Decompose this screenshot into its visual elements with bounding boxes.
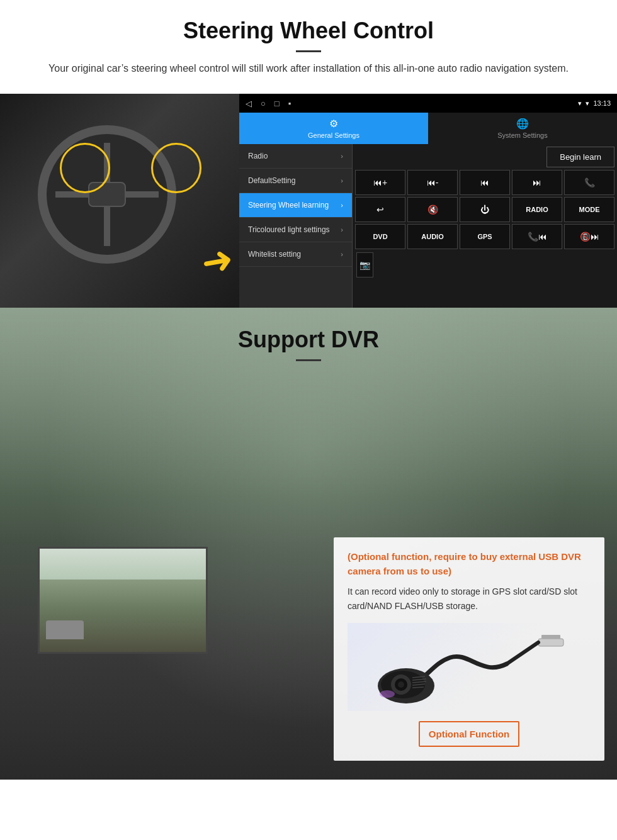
android-statusbar: ◁ ○ □ ▪ ▾ ▾ 13:13 (239, 94, 617, 113)
wheel-outer-ring (38, 125, 176, 264)
menu-icon: ▪ (288, 99, 292, 108)
camera-svg (368, 626, 570, 708)
title-divider (296, 50, 321, 52)
menu-item-steering[interactable]: Steering Wheel learning › (239, 193, 352, 218)
ctrl-phone-next[interactable]: 📵⏭ (564, 224, 614, 249)
ctrl-back[interactable]: ↩ (355, 197, 405, 222)
ctrl-power[interactable]: ⏻ (460, 197, 510, 222)
menu-chevron-whitelist: › (341, 250, 343, 258)
begin-learn-button[interactable]: Begin learn (546, 147, 614, 167)
statusbar-right-icons: ▾ ▾ 13:13 (578, 99, 611, 108)
menu-chevron-tricoloured: › (341, 226, 343, 233)
ctrl-phone[interactable]: 📞 (564, 170, 614, 195)
dvr-title-divider (296, 359, 321, 361)
ctrl-mode[interactable]: MODE (564, 197, 614, 222)
android-panel: ◁ ○ □ ▪ ▾ ▾ 13:13 ⚙ General Settings (239, 94, 617, 308)
steering-block: ➜ ◁ ○ □ ▪ ▾ ▾ 13:13 ⚙ (0, 94, 617, 308)
dvr-description: It can record video only to storage in G… (348, 585, 591, 613)
tab-system-label: System Settings (497, 132, 547, 139)
ctrl-gps[interactable]: GPS (460, 224, 510, 249)
ctrl-dvd[interactable]: DVD (355, 224, 405, 249)
control-row-2: ↩ 🔇 ⏻ RADIO MODE (355, 197, 614, 222)
android-tabs: ⚙ General Settings 🌐 System Settings (239, 113, 617, 144)
steering-section: Steering Wheel Control Your original car… (0, 0, 617, 308)
svg-point-7 (398, 681, 404, 688)
tab-general-settings[interactable]: ⚙ General Settings (239, 113, 428, 144)
menu-item-tricoloured[interactable]: Tricoloured light settings › (239, 218, 352, 242)
home-icon: ○ (261, 99, 266, 108)
controls-col: Begin learn ⏮+ ⏮- ⏮ ⏭ 📞 ↩ 🔇 ⏻ (353, 144, 617, 308)
ctrl-prev-track[interactable]: ⏮ (460, 170, 510, 195)
menu-steering-label: Steering Wheel learning (248, 201, 329, 210)
control-row-4: 📷 (355, 251, 614, 279)
dvr-content-box: (Optional function, require to buy exter… (334, 537, 604, 761)
ctrl-audio[interactable]: AUDIO (407, 224, 458, 249)
menu-item-default[interactable]: DefaultSetting › (239, 169, 352, 193)
svg-rect-0 (538, 639, 563, 646)
settings-icon: ⚙ (329, 118, 338, 130)
menu-whitelist-label: Whitelist setting (248, 250, 301, 259)
steering-wheel-graphic (25, 113, 201, 276)
highlight-circle-right (151, 143, 201, 193)
control-row-1: ⏮+ ⏮- ⏮ ⏭ 📞 (355, 170, 614, 195)
tab-system-settings[interactable]: 🌐 System Settings (428, 113, 617, 144)
statusbar-time: 13:13 (593, 99, 611, 107)
preview-road (40, 580, 206, 652)
system-icon: 🌐 (516, 118, 529, 130)
ctrl-vol-down[interactable]: ⏮- (407, 170, 458, 195)
svg-rect-1 (541, 635, 560, 639)
signal-icon: ▾ (578, 99, 582, 108)
svg-line-2 (507, 642, 538, 664)
menu-item-whitelist[interactable]: Whitelist setting › (239, 242, 352, 267)
back-icon: ◁ (246, 99, 252, 108)
menu-item-radio[interactable]: Radio › (239, 144, 352, 169)
ctrl-vol-up[interactable]: ⏮+ (355, 170, 405, 195)
dvr-title: Support DVR (0, 327, 617, 353)
begin-learn-row: Begin learn (355, 147, 614, 167)
menu-chevron-default: › (341, 177, 343, 184)
wifi-icon: ▾ (586, 99, 589, 108)
dvr-title-area: Support DVR (0, 308, 617, 375)
dvr-preview-image (38, 547, 208, 654)
ctrl-phone-prev[interactable]: 📞⏮ (512, 224, 562, 249)
highlight-circle-left (60, 143, 110, 193)
svg-line-13 (412, 687, 424, 688)
ctrl-dvr[interactable]: 📷 (356, 252, 373, 277)
dvr-section: Support DVR (Optional function, require … (0, 308, 617, 780)
tab-general-label: General Settings (308, 132, 359, 139)
preview-car (46, 620, 84, 639)
menu-default-label: DefaultSetting (248, 176, 295, 185)
menu-tricoloured-label: Tricoloured light settings (248, 225, 330, 234)
statusbar-nav: ◁ ○ □ ▪ (246, 99, 291, 108)
direction-arrow: ➜ (198, 236, 236, 285)
dvr-optional-text: (Optional function, require to buy exter… (348, 550, 591, 578)
steering-header: Steering Wheel Control Your original car… (0, 0, 617, 82)
menu-chevron-steering: › (341, 201, 343, 209)
menu-radio-label: Radio (248, 152, 268, 160)
steering-photo: ➜ (0, 94, 239, 308)
steering-title: Steering Wheel Control (38, 18, 579, 44)
dvr-camera-image (348, 623, 591, 711)
svg-point-8 (380, 690, 395, 698)
control-row-3: DVD AUDIO GPS 📞⏮ 📵⏭ (355, 224, 614, 249)
optional-function-button[interactable]: Optional Function (419, 721, 519, 747)
ctrl-radio[interactable]: RADIO (512, 197, 562, 222)
ctrl-mute[interactable]: 🔇 (407, 197, 458, 222)
settings-menu: Radio › DefaultSetting › Steering Wheel … (239, 144, 353, 308)
recents-icon: □ (275, 99, 280, 108)
steering-description: Your original car’s steering wheel contr… (38, 61, 579, 76)
android-content: Radio › DefaultSetting › Steering Wheel … (239, 144, 617, 308)
menu-chevron-radio: › (341, 152, 343, 160)
ctrl-next-track[interactable]: ⏭ (512, 170, 562, 195)
